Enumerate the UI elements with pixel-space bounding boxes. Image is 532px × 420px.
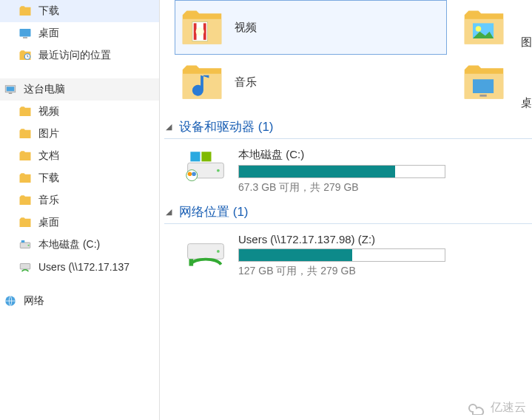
svg-rect-5 bbox=[7, 87, 15, 91]
caret-down-icon: ◢ bbox=[166, 207, 175, 217]
svg-rect-22 bbox=[190, 152, 200, 161]
drive-stat: 127 GB 可用，共 279 GB bbox=[238, 265, 445, 278]
sidebar-item-net-drive[interactable]: Users (\\172.17.137 bbox=[0, 256, 159, 278]
folder-label: 音乐 bbox=[235, 75, 443, 89]
videos-folder-icon bbox=[178, 4, 226, 51]
sidebar-item-network[interactable]: 网络 bbox=[0, 290, 159, 312]
drive-local-c[interactable]: 本地磁盘 (C:) 67.3 GB 可用，共 279 GB bbox=[182, 148, 532, 194]
watermark: 亿速云 bbox=[467, 400, 526, 416]
folder-icon bbox=[18, 149, 33, 163]
sidebar-item-videos[interactable]: 视频 bbox=[0, 101, 159, 123]
cutoff-labels: 图 桌 bbox=[521, 12, 532, 133]
sidebar-header-thispc[interactable]: 这台电脑 bbox=[0, 78, 159, 101]
download-folder-icon bbox=[18, 4, 33, 18]
label: Users (\\172.17.137 bbox=[38, 261, 129, 273]
drive-usage-bar bbox=[238, 248, 445, 262]
group-title: 网络位置 (1) bbox=[179, 203, 249, 220]
folder-tile-videos[interactable]: 视频 bbox=[175, 0, 447, 55]
recent-icon bbox=[18, 48, 33, 63]
music-folder-icon bbox=[178, 58, 226, 106]
svg-point-21 bbox=[217, 169, 220, 172]
drive-network-z[interactable]: Users (\\172.17.137.98) (Z:) 127 GB 可用，共… bbox=[182, 233, 532, 278]
svg-rect-23 bbox=[201, 152, 211, 161]
sidebar-item-desktop[interactable]: 桌面 bbox=[0, 22, 159, 44]
network-icon bbox=[3, 294, 18, 308]
folder-icon bbox=[18, 126, 33, 141]
svg-point-25 bbox=[188, 172, 192, 176]
drive-name: 本地磁盘 (C:) bbox=[238, 148, 445, 162]
sidebar-item-recent[interactable]: 最近访问的位置 bbox=[0, 44, 159, 67]
folder-icon bbox=[18, 104, 33, 119]
folder-icon bbox=[18, 193, 33, 208]
computer-icon bbox=[3, 82, 18, 97]
label: 最近访问的位置 bbox=[38, 49, 111, 62]
svg-rect-6 bbox=[9, 93, 13, 95]
folder-label: 视频 bbox=[235, 21, 443, 35]
svg-rect-8 bbox=[21, 240, 25, 243]
group-header-network[interactable]: ◢ 网络位置 (1) bbox=[166, 203, 532, 220]
label: 下载 bbox=[38, 172, 59, 185]
svg-rect-18 bbox=[473, 79, 494, 93]
group-title: 设备和驱动器 (1) bbox=[179, 118, 274, 135]
drive-name: Users (\\172.17.137.98) (Z:) bbox=[238, 233, 445, 245]
disk-icon bbox=[18, 237, 33, 252]
folder-tile-desktop-cut[interactable] bbox=[462, 55, 506, 109]
local-disk-icon bbox=[182, 148, 229, 183]
label: 这台电脑 bbox=[24, 83, 65, 96]
svg-point-24 bbox=[186, 170, 198, 181]
svg-point-9 bbox=[27, 245, 29, 246]
svg-point-28 bbox=[217, 250, 220, 253]
label: 视频 bbox=[38, 105, 59, 118]
svg-rect-10 bbox=[20, 264, 30, 270]
svg-rect-1 bbox=[23, 37, 27, 38]
sidebar-tree: 下载 桌面 最近访问的位置 这台电脑 视频 图片 文档 下载 音乐 bbox=[0, 0, 160, 420]
svg-rect-19 bbox=[479, 95, 486, 97]
svg-point-17 bbox=[476, 26, 482, 32]
folder-icon bbox=[18, 215, 33, 230]
label: 桌面 bbox=[38, 216, 59, 229]
network-drive-icon bbox=[182, 233, 229, 268]
folder-icon bbox=[18, 171, 33, 186]
svg-point-26 bbox=[192, 172, 196, 176]
group-header-devices[interactable]: ◢ 设备和驱动器 (1) bbox=[166, 118, 532, 135]
label: 音乐 bbox=[38, 194, 59, 207]
label: 文档 bbox=[38, 149, 59, 163]
folder-tile-pictures-cut[interactable] bbox=[462, 0, 506, 55]
sidebar-item-music[interactable]: 音乐 bbox=[0, 189, 159, 211]
label: 图片 bbox=[38, 127, 59, 140]
folder-tile-music[interactable]: 音乐 bbox=[175, 55, 447, 109]
sidebar-item-documents[interactable]: 文档 bbox=[0, 145, 159, 167]
network-drive-icon bbox=[18, 260, 33, 274]
label: 本地磁盘 (C:) bbox=[38, 238, 100, 251]
sidebar-item-local-disk[interactable]: 本地磁盘 (C:) bbox=[0, 234, 159, 256]
label: 桌面 bbox=[38, 27, 59, 40]
caret-down-icon: ◢ bbox=[166, 122, 175, 132]
svg-rect-29 bbox=[189, 259, 194, 265]
sidebar-item-pictures[interactable]: 图片 bbox=[0, 123, 159, 145]
sidebar-item-downloads2[interactable]: 下载 bbox=[0, 167, 159, 189]
main-content: 视频 音乐 bbox=[160, 0, 532, 420]
label: 网络 bbox=[24, 294, 44, 308]
sidebar-item-downloads[interactable]: 下载 bbox=[0, 0, 159, 22]
label: 下载 bbox=[38, 4, 59, 18]
sidebar-item-desktop2[interactable]: 桌面 bbox=[0, 211, 159, 234]
drive-stat: 67.3 GB 可用，共 279 GB bbox=[238, 181, 445, 194]
desktop-icon bbox=[18, 26, 33, 41]
svg-point-15 bbox=[196, 27, 204, 35]
drive-usage-bar bbox=[238, 165, 445, 178]
svg-rect-0 bbox=[20, 29, 31, 37]
